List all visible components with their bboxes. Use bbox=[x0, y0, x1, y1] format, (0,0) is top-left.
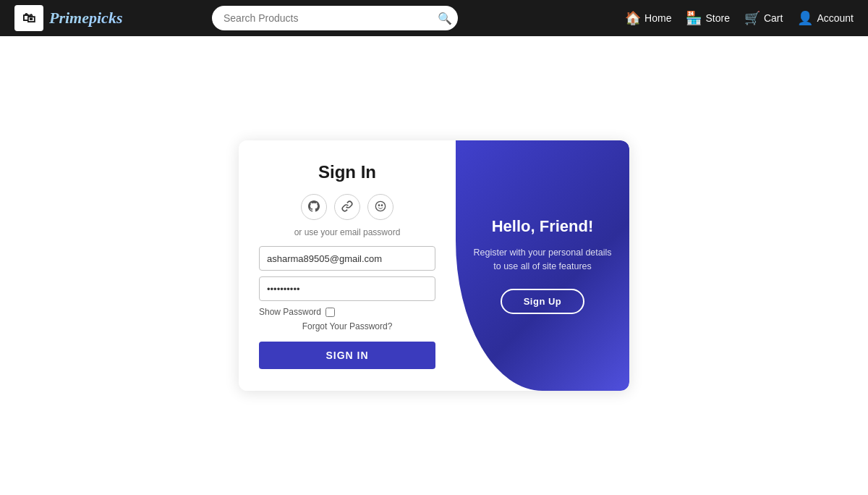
svg-point-1 bbox=[378, 204, 380, 206]
logo-icon: 🛍 bbox=[14, 5, 43, 31]
navbar: 🛍 Primepicks 🔍 🏠 Home 🏪 Store 🛒 Cart 👤 A… bbox=[0, 0, 868, 36]
svg-point-0 bbox=[375, 201, 385, 211]
nav-links: 🏠 Home 🏪 Store 🛒 Cart 👤 Account bbox=[625, 10, 854, 26]
sign-up-button[interactable]: Sign Up bbox=[501, 289, 585, 314]
right-panel: Hello, Friend! Register with your person… bbox=[456, 140, 629, 391]
hello-description: Register with your personal details to u… bbox=[473, 246, 612, 274]
search-button[interactable]: 🔍 bbox=[438, 12, 452, 25]
link-social-button[interactable] bbox=[334, 194, 360, 220]
account-icon: 👤 bbox=[797, 10, 813, 26]
nav-link-home[interactable]: 🏠 Home bbox=[625, 10, 671, 26]
github-social-button[interactable] bbox=[301, 194, 327, 220]
github-icon bbox=[308, 200, 320, 214]
nav-logo[interactable]: 🛍 Primepicks bbox=[14, 5, 122, 31]
nav-link-store[interactable]: 🏪 Store bbox=[686, 10, 729, 26]
nav-link-account-label: Account bbox=[817, 12, 854, 24]
show-password-checkbox[interactable] bbox=[326, 308, 335, 317]
cart-icon: 🛒 bbox=[744, 10, 760, 26]
nav-link-account[interactable]: 👤 Account bbox=[797, 10, 854, 26]
social-icons bbox=[301, 194, 393, 220]
duo-icon bbox=[375, 200, 386, 214]
logo-text: Primepicks bbox=[49, 9, 122, 28]
logo-prime: Prime bbox=[49, 9, 89, 27]
nav-link-home-label: Home bbox=[644, 12, 671, 24]
hello-title: Hello, Friend! bbox=[492, 217, 594, 236]
password-input[interactable] bbox=[259, 276, 435, 301]
sign-in-title: Sign In bbox=[318, 162, 376, 182]
nav-link-cart[interactable]: 🛒 Cart bbox=[744, 10, 783, 26]
nav-link-store-label: Store bbox=[705, 12, 729, 24]
sign-in-button[interactable]: SIGN IN bbox=[259, 342, 435, 369]
main-content: Sign In or use your bbox=[0, 36, 868, 495]
svg-point-2 bbox=[381, 204, 383, 206]
show-password-row: Show Password bbox=[259, 307, 335, 317]
store-icon: 🏪 bbox=[686, 10, 702, 26]
nav-link-cart-label: Cart bbox=[764, 12, 783, 24]
forgot-password-link[interactable]: Forgot Your Password? bbox=[302, 321, 393, 331]
logo-bag-icon: 🛍 bbox=[22, 12, 35, 25]
show-password-label: Show Password bbox=[259, 307, 321, 317]
home-icon: 🏠 bbox=[625, 10, 641, 26]
email-input[interactable] bbox=[259, 246, 435, 271]
sign-in-card: Sign In or use your bbox=[239, 140, 629, 391]
or-text: or use your email password bbox=[294, 227, 401, 237]
search-container: 🔍 bbox=[212, 6, 458, 30]
left-panel: Sign In or use your bbox=[239, 140, 456, 391]
logo-picks: picks bbox=[89, 9, 122, 27]
link-icon bbox=[341, 200, 353, 214]
duo-social-button[interactable] bbox=[367, 194, 393, 220]
search-input[interactable] bbox=[212, 6, 458, 30]
